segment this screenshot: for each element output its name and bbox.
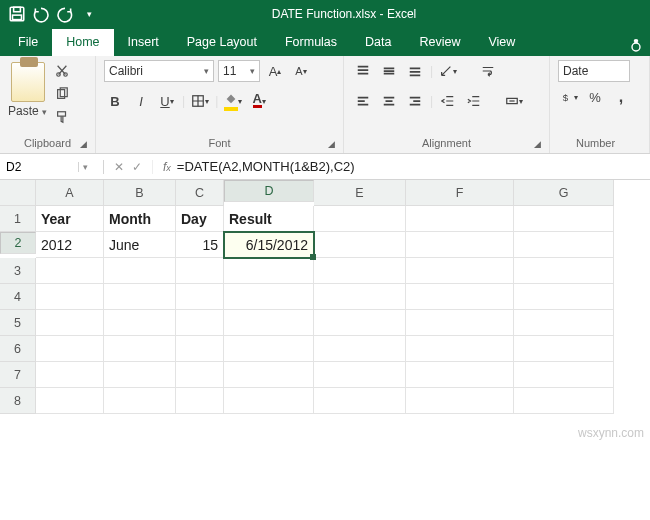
cell-b8[interactable] <box>104 388 176 414</box>
cut-icon[interactable] <box>55 64 69 81</box>
col-header-g[interactable]: G <box>514 180 614 206</box>
cell-e1[interactable] <box>314 206 406 232</box>
cell-e3[interactable] <box>314 258 406 284</box>
cell-d1[interactable]: Result <box>224 206 314 232</box>
fill-color-icon[interactable]: ▾ <box>222 90 244 112</box>
decrease-indent-icon[interactable] <box>437 90 459 112</box>
row-header-7[interactable]: 7 <box>0 362 36 388</box>
name-box-dropdown-icon[interactable]: ▾ <box>78 162 92 172</box>
decrease-font-icon[interactable]: A▾ <box>290 60 312 82</box>
cell-b1[interactable]: Month <box>104 206 176 232</box>
cell-e5[interactable] <box>314 310 406 336</box>
cell-e2[interactable] <box>314 232 406 258</box>
align-right-icon[interactable] <box>404 90 426 112</box>
borders-icon[interactable]: ▾ <box>189 90 211 112</box>
cell-c1[interactable]: Day <box>176 206 224 232</box>
align-middle-icon[interactable] <box>378 60 400 82</box>
tab-review[interactable]: Review <box>405 29 474 56</box>
format-painter-icon[interactable] <box>55 110 69 127</box>
cell-g7[interactable] <box>514 362 614 388</box>
cell-c5[interactable] <box>176 310 224 336</box>
col-header-d[interactable]: D <box>224 180 314 202</box>
col-header-c[interactable]: C <box>176 180 224 206</box>
merge-center-icon[interactable]: ▾ <box>503 90 525 112</box>
cell-f5[interactable] <box>406 310 514 336</box>
cell-a1[interactable]: Year <box>36 206 104 232</box>
cell-f3[interactable] <box>406 258 514 284</box>
cell-g1[interactable] <box>514 206 614 232</box>
cell-c7[interactable] <box>176 362 224 388</box>
cell-d5[interactable] <box>224 310 314 336</box>
paste-button[interactable]: Paste ▾ <box>8 104 47 118</box>
increase-indent-icon[interactable] <box>463 90 485 112</box>
cell-c2[interactable]: 15 <box>176 232 224 258</box>
font-name-select[interactable]: Calibri▾ <box>104 60 214 82</box>
row-header-2[interactable]: 2 <box>0 232 36 254</box>
cell-b3[interactable] <box>104 258 176 284</box>
tab-view[interactable]: View <box>474 29 529 56</box>
cell-b5[interactable] <box>104 310 176 336</box>
col-header-f[interactable]: F <box>406 180 514 206</box>
row-header-1[interactable]: 1 <box>0 206 36 232</box>
cell-g8[interactable] <box>514 388 614 414</box>
percent-format-icon[interactable]: % <box>584 86 606 108</box>
cell-g4[interactable] <box>514 284 614 310</box>
cell-c3[interactable] <box>176 258 224 284</box>
cell-d7[interactable] <box>224 362 314 388</box>
cell-f4[interactable] <box>406 284 514 310</box>
orientation-icon[interactable]: ▾ <box>437 60 459 82</box>
tab-page-layout[interactable]: Page Layout <box>173 29 271 56</box>
tab-home[interactable]: Home <box>52 29 113 56</box>
tab-formulas[interactable]: Formulas <box>271 29 351 56</box>
cell-a3[interactable] <box>36 258 104 284</box>
tab-file[interactable]: File <box>4 29 52 56</box>
cell-e8[interactable] <box>314 388 406 414</box>
align-left-icon[interactable] <box>352 90 374 112</box>
cell-e4[interactable] <box>314 284 406 310</box>
cell-d3[interactable] <box>224 258 314 284</box>
cell-f7[interactable] <box>406 362 514 388</box>
cell-g3[interactable] <box>514 258 614 284</box>
enter-formula-icon[interactable]: ✓ <box>132 160 142 174</box>
select-all-corner[interactable] <box>0 180 36 206</box>
qat-more-icon[interactable]: ▾ <box>80 9 98 19</box>
col-header-b[interactable]: B <box>104 180 176 206</box>
font-color-icon[interactable]: A▾ <box>248 90 270 112</box>
cell-c4[interactable] <box>176 284 224 310</box>
cell-g5[interactable] <box>514 310 614 336</box>
undo-icon[interactable] <box>32 5 50 23</box>
copy-icon[interactable] <box>55 87 69 104</box>
cell-d2[interactable]: 6/15/2012 <box>224 232 314 258</box>
col-header-e[interactable]: E <box>314 180 406 206</box>
italic-button[interactable]: I <box>130 90 152 112</box>
align-center-icon[interactable] <box>378 90 400 112</box>
cell-g2[interactable] <box>514 232 614 258</box>
cell-a6[interactable] <box>36 336 104 362</box>
cell-c6[interactable] <box>176 336 224 362</box>
worksheet-grid[interactable]: A B C D E F G 1 Year Month Day Result 2 … <box>0 180 650 414</box>
underline-button[interactable]: U▾ <box>156 90 178 112</box>
cell-f1[interactable] <box>406 206 514 232</box>
row-header-8[interactable]: 8 <box>0 388 36 414</box>
font-launcher-icon[interactable]: ◢ <box>328 139 335 149</box>
cell-f6[interactable] <box>406 336 514 362</box>
tab-data[interactable]: Data <box>351 29 405 56</box>
cell-d4[interactable] <box>224 284 314 310</box>
cell-a4[interactable] <box>36 284 104 310</box>
fx-icon[interactable]: fx <box>163 160 171 174</box>
row-header-6[interactable]: 6 <box>0 336 36 362</box>
save-icon[interactable] <box>8 5 26 23</box>
accounting-format-icon[interactable]: $▾ <box>558 86 580 108</box>
increase-font-icon[interactable]: A▴ <box>264 60 286 82</box>
formula-input[interactable] <box>171 159 650 174</box>
cell-e6[interactable] <box>314 336 406 362</box>
row-header-4[interactable]: 4 <box>0 284 36 310</box>
align-top-icon[interactable] <box>352 60 374 82</box>
cell-e7[interactable] <box>314 362 406 388</box>
cell-f8[interactable] <box>406 388 514 414</box>
cell-a8[interactable] <box>36 388 104 414</box>
cell-b6[interactable] <box>104 336 176 362</box>
tell-me-icon[interactable] <box>628 37 644 56</box>
alignment-launcher-icon[interactable]: ◢ <box>534 139 541 149</box>
cell-c8[interactable] <box>176 388 224 414</box>
